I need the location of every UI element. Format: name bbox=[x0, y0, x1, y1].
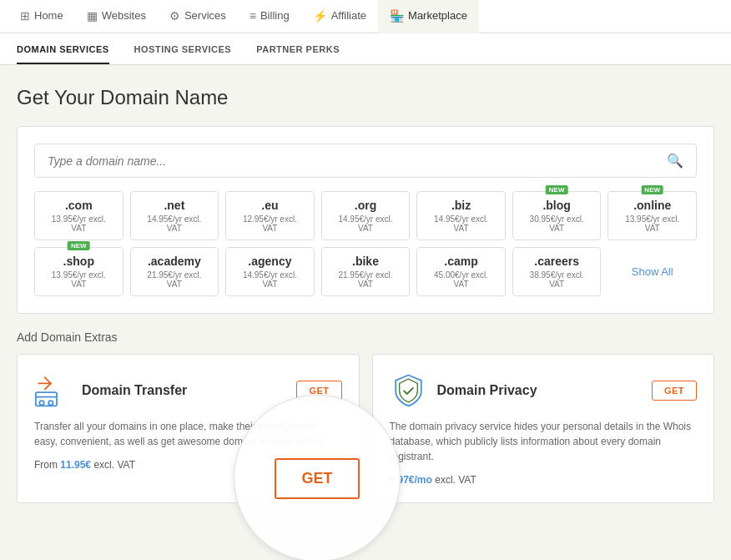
extras-section-title: Add Domain Extras bbox=[17, 330, 714, 344]
sub-nav: Domain Services Hosting Services Partner… bbox=[0, 33, 731, 65]
services-icon: ⚙ bbox=[169, 9, 180, 23]
domain-price: 45.00€/yr excl. VAT bbox=[426, 270, 497, 289]
domain-privacy-icon bbox=[390, 371, 427, 409]
domain-price: 13.95€/yr excl. VAT bbox=[43, 214, 114, 233]
domain-ext: .biz bbox=[426, 199, 497, 212]
top-nav: ⊞ Home ▦ Websites ⚙ Services ≡ Billing ⚡… bbox=[0, 0, 731, 33]
new-badge: NEW bbox=[641, 185, 663, 194]
nav-affiliate[interactable]: ⚡ Affiliate bbox=[301, 0, 378, 33]
domain-item[interactable]: .biz14.95€/yr excl. VAT bbox=[416, 191, 506, 240]
domain-ext: .bike bbox=[330, 255, 401, 268]
search-input[interactable] bbox=[48, 154, 667, 168]
domain-privacy-get-button[interactable]: GET bbox=[652, 381, 697, 401]
domain-ext: .org bbox=[330, 199, 401, 212]
domain-item[interactable]: .org14.95€/yr excl. VAT bbox=[321, 191, 411, 240]
marketplace-icon: 🏪 bbox=[390, 9, 404, 23]
main-content: Get Your Domain Name 🔍 .com13.95€/yr exc… bbox=[0, 65, 731, 524]
nav-affiliate-label: Affiliate bbox=[331, 9, 366, 22]
subnav-domain-services[interactable]: Domain Services bbox=[17, 44, 109, 64]
domain-privacy-title: Domain Privacy bbox=[437, 383, 537, 398]
search-icon[interactable]: 🔍 bbox=[667, 153, 683, 169]
show-all-cell: Show All bbox=[607, 247, 697, 296]
svg-point-2 bbox=[48, 401, 53, 405]
subnav-hosting-services[interactable]: Hosting Services bbox=[134, 44, 232, 64]
domain-ext: .careers bbox=[522, 255, 592, 268]
domain-transfer-title-area: Domain Transfer bbox=[34, 371, 187, 409]
domain-price: 38.95€/yr excl. VAT bbox=[522, 270, 592, 289]
domain-item[interactable]: .com13.95€/yr excl. VAT bbox=[34, 191, 124, 240]
domain-price: 14.95€/yr excl. VAT bbox=[139, 214, 210, 233]
new-badge: NEW bbox=[546, 185, 568, 194]
domain-privacy-desc: The domain privacy service hides your pe… bbox=[390, 419, 698, 464]
domain-privacy-card: Domain Privacy GET The domain privacy se… bbox=[372, 354, 715, 503]
nav-billing-label: Billing bbox=[260, 9, 290, 22]
billing-icon: ≡ bbox=[250, 9, 256, 23]
domain-price: 14.95€/yr excl. VAT bbox=[330, 214, 401, 233]
domain-transfer-title: Domain Transfer bbox=[82, 383, 187, 398]
page-title: Get Your Domain Name bbox=[17, 86, 714, 109]
svg-point-1 bbox=[39, 401, 43, 405]
subnav-partner-perks[interactable]: Partner Perks bbox=[256, 44, 340, 64]
domain-privacy-header: Domain Privacy GET bbox=[390, 371, 698, 409]
domain-price: 13.95€/yr excl. VAT bbox=[43, 270, 114, 289]
domain-price: 14.95€/yr excl. VAT bbox=[234, 270, 305, 289]
domain-item[interactable]: .academy21.95€/yr excl. VAT bbox=[130, 247, 219, 296]
domain-item[interactable]: NEW.shop13.95€/yr excl. VAT bbox=[34, 247, 124, 296]
domain-grid: .com13.95€/yr excl. VAT.net14.95€/yr exc… bbox=[34, 191, 697, 296]
show-all-link[interactable]: Show All bbox=[632, 265, 673, 278]
domain-ext: .com bbox=[43, 199, 114, 212]
domain-ext: .online bbox=[617, 199, 688, 212]
new-badge: NEW bbox=[68, 241, 90, 250]
domain-item[interactable]: .careers38.95€/yr excl. VAT bbox=[512, 247, 602, 296]
domain-item[interactable]: .camp45.00€/yr excl. VAT bbox=[416, 247, 506, 296]
nav-home[interactable]: ⊞ Home bbox=[8, 0, 75, 33]
domain-item[interactable]: .agency14.95€/yr excl. VAT bbox=[225, 247, 315, 296]
domain-item[interactable]: NEW.online13.95€/yr excl. VAT bbox=[607, 191, 697, 240]
domain-item[interactable]: NEW.blog30.95€/yr excl. VAT bbox=[512, 191, 602, 240]
search-bar: 🔍 bbox=[34, 144, 697, 178]
domain-ext: .eu bbox=[234, 199, 305, 212]
nav-marketplace-label: Marketplace bbox=[408, 9, 467, 22]
domain-price: 21.95€/yr excl. VAT bbox=[139, 270, 210, 289]
home-icon: ⊞ bbox=[20, 9, 30, 23]
domain-ext: .camp bbox=[426, 255, 497, 268]
domain-price: 13.95€/yr excl. VAT bbox=[617, 214, 688, 233]
get-button-overlay: GET bbox=[234, 395, 401, 560]
nav-websites[interactable]: ▦ Websites bbox=[75, 0, 158, 33]
domain-item[interactable]: .bike21.95€/yr excl. VAT bbox=[321, 247, 411, 296]
domain-privacy-title-area: Domain Privacy bbox=[390, 371, 537, 409]
domain-transfer-icon bbox=[34, 371, 72, 409]
domain-ext: .academy bbox=[139, 255, 210, 268]
nav-marketplace[interactable]: 🏪 Marketplace bbox=[378, 0, 479, 33]
domain-ext: .shop bbox=[43, 255, 114, 268]
domain-price: 21.95€/yr excl. VAT bbox=[330, 270, 401, 289]
domain-item[interactable]: .eu12.95€/yr excl. VAT bbox=[225, 191, 315, 240]
affiliate-icon: ⚡ bbox=[313, 9, 327, 23]
nav-home-label: Home bbox=[34, 9, 63, 22]
domain-search-card: 🔍 .com13.95€/yr excl. VAT.net14.95€/yr e… bbox=[17, 126, 714, 314]
domain-privacy-price: 0.97€/mo excl. VAT bbox=[390, 474, 698, 486]
nav-websites-label: Websites bbox=[102, 9, 146, 22]
get-button-magnified[interactable]: GET bbox=[275, 458, 359, 499]
domain-ext: .net bbox=[139, 199, 210, 212]
domain-price: 30.95€/yr excl. VAT bbox=[522, 214, 592, 233]
domain-ext: .agency bbox=[234, 255, 305, 268]
domain-price: 14.95€/yr excl. VAT bbox=[426, 214, 497, 233]
svg-rect-0 bbox=[36, 392, 57, 406]
nav-services-label: Services bbox=[184, 9, 226, 22]
websites-icon: ▦ bbox=[87, 9, 98, 23]
domain-price: 12.95€/yr excl. VAT bbox=[234, 214, 305, 233]
domain-item[interactable]: .net14.95€/yr excl. VAT bbox=[130, 191, 219, 240]
nav-billing[interactable]: ≡ Billing bbox=[238, 0, 301, 33]
domain-ext: .blog bbox=[522, 199, 592, 212]
nav-services[interactable]: ⚙ Services bbox=[158, 0, 238, 33]
